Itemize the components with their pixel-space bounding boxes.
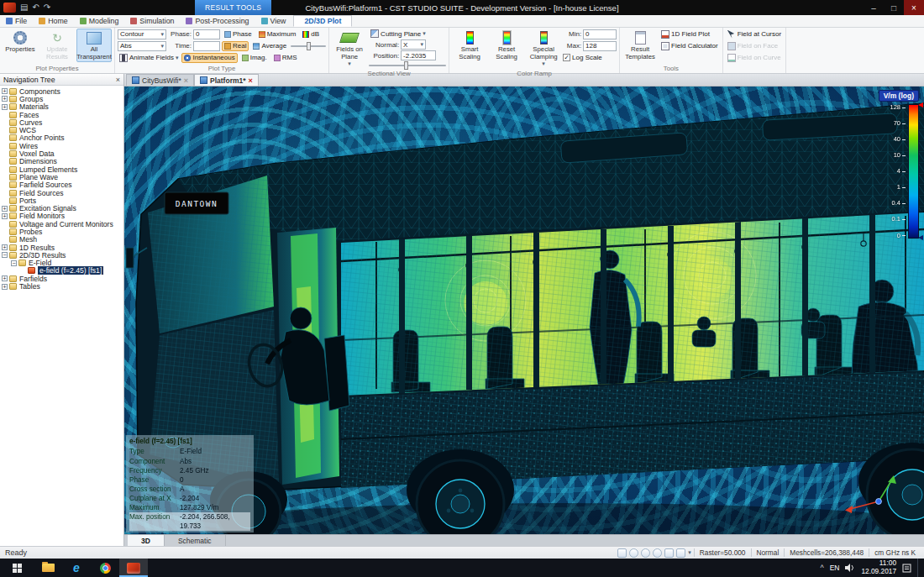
close-icon[interactable]: × bbox=[904, 0, 924, 15]
menu-item[interactable]: Home bbox=[33, 15, 73, 27]
tree-item[interactable]: Mesh bbox=[0, 236, 123, 244]
max-value-input[interactable]: 128 bbox=[583, 41, 617, 51]
menu-item[interactable]: View bbox=[255, 15, 292, 27]
tree-item[interactable]: Wires bbox=[0, 142, 123, 149]
plane-position-slider[interactable] bbox=[369, 61, 446, 70]
maximize-icon[interactable]: □ bbox=[884, 0, 904, 15]
taskbar-internet-explorer[interactable]: e bbox=[62, 559, 91, 577]
tree-item[interactable]: − 2D/3D Results bbox=[0, 251, 123, 259]
tab-close-icon[interactable]: × bbox=[249, 76, 253, 85]
toggle-imag[interactable]: Imag. bbox=[239, 53, 270, 63]
tree-item[interactable]: Probes bbox=[0, 228, 123, 235]
tree-expander-icon[interactable]: − bbox=[2, 252, 8, 258]
panel-close-icon[interactable]: × bbox=[116, 76, 120, 84]
result-templates-button[interactable]: Result Templates bbox=[622, 29, 658, 62]
toggle-rms[interactable]: RMS bbox=[271, 53, 300, 63]
tree-item[interactable]: + Groups bbox=[0, 95, 123, 102]
tree-expander-icon[interactable]: + bbox=[2, 104, 8, 110]
contour-dropdown[interactable]: Contour▾ bbox=[118, 29, 166, 39]
view-options-icon[interactable] bbox=[676, 548, 685, 558]
animate-fields-button[interactable]: Animate Fields▾ bbox=[118, 53, 180, 63]
taskbar-file-explorer[interactable] bbox=[34, 559, 62, 577]
update-results-button[interactable]: ↻ Update Results bbox=[39, 29, 75, 62]
cutting-plane-button[interactable]: Cutting Plane▾ bbox=[369, 29, 428, 39]
tree-item[interactable]: Voltage and Current Monitors bbox=[0, 220, 123, 228]
ramp-smoothness-slider[interactable] bbox=[291, 42, 326, 50]
menu-item[interactable]: File bbox=[0, 15, 33, 27]
min-value-input[interactable]: 0 bbox=[583, 29, 617, 39]
tree-expander-icon[interactable]: + bbox=[2, 96, 8, 102]
tree-item[interactable]: Voxel Data bbox=[0, 149, 123, 157]
notification-icon[interactable] bbox=[902, 564, 911, 573]
tree-item[interactable]: + Farfields bbox=[0, 275, 123, 282]
tree-item[interactable]: Ports bbox=[0, 197, 123, 204]
tree-expander-icon[interactable]: + bbox=[2, 275, 8, 281]
tree-expander-icon[interactable]: + bbox=[2, 88, 8, 94]
tree-item[interactable]: + 1D Results bbox=[0, 244, 123, 251]
tree-item[interactable]: Field Sources bbox=[0, 189, 123, 197]
doc-tab-citybuswifi[interactable]: CityBusWifi* × bbox=[126, 74, 194, 86]
tab-schematic[interactable]: Schematic bbox=[165, 535, 226, 546]
zoom-extents-icon[interactable] bbox=[664, 548, 674, 558]
fields-on-plane-button[interactable]: Fields on Plane ▾ bbox=[332, 29, 367, 69]
taskbar-cst-studio[interactable] bbox=[119, 559, 148, 577]
tree-item[interactable]: Plane Wave bbox=[0, 173, 123, 181]
toggle-maximum[interactable]: Maximum bbox=[256, 29, 299, 39]
phase-input[interactable]: 0 bbox=[193, 29, 220, 39]
taskbar-clock[interactable]: 11:00 12.09.2017 bbox=[861, 559, 896, 575]
special-clamping-button[interactable]: Special Clamping ▾ bbox=[526, 29, 561, 69]
language-indicator[interactable]: EN bbox=[830, 564, 840, 572]
field-on-curve-button[interactable]: Field on Curve bbox=[726, 53, 783, 63]
tree-item[interactable]: e-field (f=2.45) [fs1] bbox=[0, 267, 123, 275]
field-calculator-button[interactable]: Field Calculator bbox=[659, 41, 720, 51]
volume-icon[interactable] bbox=[845, 564, 855, 572]
toggle-instantaneous[interactable]: Instantaneous bbox=[181, 53, 237, 63]
taskbar-chrome[interactable] bbox=[91, 559, 119, 577]
select-tool-icon[interactable] bbox=[617, 548, 627, 558]
field-on-face-button[interactable]: Field on Face bbox=[726, 41, 780, 51]
chevron-down-icon[interactable]: ▾ bbox=[688, 549, 691, 556]
tree-item[interactable]: Lumped Elements bbox=[0, 165, 123, 173]
zoom-out-icon[interactable] bbox=[653, 548, 662, 558]
start-button[interactable] bbox=[0, 559, 34, 577]
minimize-icon[interactable]: – bbox=[864, 0, 884, 15]
toggle-db[interactable]: dB bbox=[300, 29, 322, 39]
tree-item[interactable]: + Excitation Signals bbox=[0, 204, 123, 212]
zoom-in-icon[interactable] bbox=[641, 548, 650, 558]
tray-expand-icon[interactable]: ^ bbox=[820, 564, 823, 572]
field-at-cursor-button[interactable]: Field at Cursor bbox=[726, 29, 783, 39]
tree-item[interactable]: + Field Monitors bbox=[0, 212, 123, 220]
undo-icon[interactable]: ↶ bbox=[32, 3, 39, 12]
tree-item[interactable]: WCS bbox=[0, 126, 123, 134]
tree-item[interactable]: Anchor Points bbox=[0, 134, 123, 142]
toggle-phase[interactable]: Phase bbox=[222, 29, 255, 39]
tree-expander-icon[interactable]: + bbox=[2, 284, 8, 290]
tree-item[interactable]: Dimensions bbox=[0, 158, 123, 165]
tree-expander-icon[interactable]: + bbox=[2, 213, 8, 219]
log-scale-checkbox[interactable]: ✓ bbox=[563, 54, 570, 61]
smart-scaling-button[interactable]: Smart Scaling bbox=[452, 29, 487, 62]
menu-item[interactable]: Modeling bbox=[74, 15, 125, 27]
save-icon[interactable]: ▤ bbox=[20, 3, 28, 12]
reset-scaling-button[interactable]: Reset Scaling bbox=[489, 29, 524, 62]
redo-icon[interactable]: ↷ bbox=[44, 3, 50, 12]
tree-expander-icon[interactable]: + bbox=[2, 244, 8, 250]
result-tools-context-tab[interactable]: RESULT TOOLS bbox=[195, 0, 271, 15]
tree-expander-icon[interactable]: − bbox=[11, 260, 17, 266]
menu-item[interactable]: Post-Processing bbox=[180, 15, 255, 27]
time-input[interactable] bbox=[193, 41, 220, 51]
tab-2d3d-plot[interactable]: 2D/3D Plot bbox=[293, 15, 352, 27]
3d-viewport[interactable]: DANTOWN bbox=[124, 87, 924, 534]
1d-field-plot-button[interactable]: 1D Field Plot bbox=[659, 29, 711, 39]
toggle-real[interactable]: Real bbox=[222, 41, 249, 51]
plane-position-input[interactable]: -2.2035 bbox=[401, 50, 436, 60]
normal-axis-dropdown[interactable]: X▾ bbox=[401, 39, 426, 50]
properties-button[interactable]: Properties bbox=[3, 29, 38, 55]
tree-expander-icon[interactable]: + bbox=[2, 206, 8, 212]
menu-item[interactable]: Simulation bbox=[124, 15, 180, 27]
toggle-average[interactable]: Average bbox=[250, 41, 289, 51]
tree-item[interactable]: Faces bbox=[0, 111, 123, 118]
tree-item[interactable]: + Materials bbox=[0, 103, 123, 111]
show-desktop-button[interactable] bbox=[917, 559, 921, 577]
tab-3d[interactable]: 3D bbox=[128, 535, 165, 546]
